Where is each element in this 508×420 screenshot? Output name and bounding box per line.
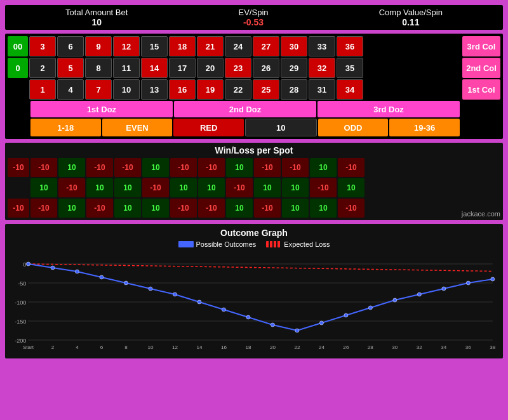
wl-cell-1-5: 10 bbox=[170, 178, 197, 197]
num-cell-8[interactable]: 8 bbox=[85, 58, 112, 78]
num-cell-22[interactable]: 22 bbox=[225, 79, 251, 100]
col-label-1[interactable]: 2nd Col bbox=[462, 58, 500, 78]
outside-bets-row: 1-18EVENRED10ODD19-36 bbox=[8, 119, 500, 136]
num-cell-11[interactable]: 11 bbox=[113, 58, 140, 78]
svg-point-43 bbox=[344, 313, 348, 317]
outside-bet-3[interactable]: 10 bbox=[245, 119, 317, 136]
svg-point-35 bbox=[149, 287, 152, 291]
outside-bet-1[interactable]: EVEN bbox=[102, 119, 173, 136]
num-cell-27[interactable]: 27 bbox=[253, 36, 279, 56]
num-cell-23[interactable]: 23 bbox=[225, 58, 251, 78]
num-cell-15[interactable]: 15 bbox=[141, 36, 168, 56]
num-cell-30[interactable]: 30 bbox=[281, 36, 307, 56]
stats-bar: Total Amount Bet 10 EV/Spin -0.53 Comp V… bbox=[5, 5, 503, 30]
wl-cell-0-7: 10 bbox=[226, 158, 253, 177]
dozen-label-0[interactable]: 1st Doz bbox=[30, 101, 173, 117]
board-row-1: 258111417202326293235 bbox=[29, 58, 461, 78]
legend-expected: Expected Loss bbox=[266, 240, 330, 248]
svg-text:-150: -150 bbox=[15, 318, 26, 325]
svg-point-37 bbox=[197, 300, 201, 304]
wl-zero-0: -10 bbox=[8, 158, 29, 177]
svg-text:18: 18 bbox=[245, 345, 251, 350]
num-cell-17[interactable]: 17 bbox=[169, 58, 196, 78]
winloss-grid: -10-1010-10-1010-10-1010-10-1010-1010-10… bbox=[8, 158, 500, 218]
num-cell-20[interactable]: 20 bbox=[197, 58, 224, 78]
num-cell-10[interactable]: 10 bbox=[113, 79, 140, 100]
num-cell-26[interactable]: 26 bbox=[253, 58, 279, 78]
svg-text:8: 8 bbox=[124, 345, 128, 350]
num-cell-4[interactable]: 4 bbox=[57, 79, 84, 100]
outside-bet-0[interactable]: 1-18 bbox=[30, 119, 101, 136]
board-row-2: 147101316192225283134 bbox=[29, 79, 461, 100]
wl-cell-2-0: -10 bbox=[30, 199, 57, 218]
wl-row-0: -10-1010-10-1010-10-1010-10-1010-10 bbox=[8, 158, 500, 177]
num-cell-32[interactable]: 32 bbox=[309, 58, 335, 78]
num-cell-34[interactable]: 34 bbox=[337, 79, 363, 100]
num-cell-28[interactable]: 28 bbox=[281, 79, 307, 100]
num-cell-5[interactable]: 5 bbox=[57, 58, 84, 78]
num-cell-36[interactable]: 36 bbox=[337, 36, 363, 56]
svg-text:22: 22 bbox=[294, 345, 300, 350]
svg-point-49 bbox=[491, 277, 495, 281]
num-cell-7[interactable]: 7 bbox=[85, 79, 112, 100]
zero-0-cell[interactable]: 0 bbox=[8, 58, 28, 78]
num-cell-13[interactable]: 13 bbox=[141, 79, 168, 100]
wl-cell-0-11: -10 bbox=[338, 158, 364, 177]
wl-cell-0-2: -10 bbox=[86, 158, 113, 177]
outside-bet-4[interactable]: ODD bbox=[318, 119, 389, 136]
zero-column: 00 0 bbox=[8, 36, 28, 100]
dozen-label-2[interactable]: 3rd Doz bbox=[318, 101, 460, 117]
jackace-label: jackace.com bbox=[462, 210, 500, 218]
num-cell-18[interactable]: 18 bbox=[169, 36, 196, 56]
graph-section: Outcome Graph Possible Outcomes Expected… bbox=[5, 224, 503, 358]
svg-point-45 bbox=[393, 298, 397, 302]
col-label-2[interactable]: 1st Col bbox=[462, 79, 500, 100]
wl-cell-1-6: 10 bbox=[198, 178, 225, 197]
legend-expected-label: Expected Loss bbox=[284, 240, 330, 248]
col-label-0[interactable]: 3rd Col bbox=[462, 36, 500, 56]
num-cell-19[interactable]: 19 bbox=[197, 79, 224, 100]
svg-point-48 bbox=[466, 281, 470, 285]
svg-text:12: 12 bbox=[172, 345, 178, 350]
winloss-section: Win/Loss per Spot -10-1010-10-1010-10-10… bbox=[5, 143, 503, 220]
num-cell-12[interactable]: 12 bbox=[113, 36, 140, 56]
comp-value-label: Comp Value/Spin bbox=[379, 8, 443, 17]
num-cell-35[interactable]: 35 bbox=[337, 58, 363, 78]
num-cell-6[interactable]: 6 bbox=[57, 36, 84, 56]
outside-bet-2[interactable]: RED bbox=[173, 119, 244, 136]
num-cell-33[interactable]: 33 bbox=[309, 36, 335, 56]
svg-text:-50: -50 bbox=[18, 280, 26, 287]
num-cell-2[interactable]: 2 bbox=[29, 58, 56, 78]
svg-text:30: 30 bbox=[392, 345, 398, 350]
wl-cell-0-3: -10 bbox=[114, 158, 141, 177]
wl-cell-0-0: -10 bbox=[30, 158, 57, 177]
num-cell-16[interactable]: 16 bbox=[169, 79, 196, 100]
wl-cell-2-6: -10 bbox=[198, 199, 225, 218]
svg-text:34: 34 bbox=[441, 345, 447, 350]
num-cell-25[interactable]: 25 bbox=[253, 79, 279, 100]
outcome-graph-svg: 0-50-100-150-200Start2468101214161820222… bbox=[9, 251, 499, 352]
zero-00-cell[interactable]: 00 bbox=[8, 36, 28, 56]
num-cell-14[interactable]: 14 bbox=[141, 58, 168, 78]
column-labels: 3rd Col2nd Col1st Col bbox=[462, 36, 500, 100]
num-cell-31[interactable]: 31 bbox=[309, 79, 335, 100]
winloss-title: Win/Loss per Spot bbox=[8, 145, 500, 155]
num-cell-1[interactable]: 1 bbox=[29, 79, 56, 100]
svg-text:20: 20 bbox=[270, 345, 276, 350]
wl-cell-1-7: -10 bbox=[226, 178, 253, 197]
num-cell-3[interactable]: 3 bbox=[29, 36, 56, 56]
svg-point-47 bbox=[442, 287, 446, 291]
num-cell-9[interactable]: 9 bbox=[85, 36, 112, 56]
ev-spin-stat: EV/Spin -0.53 bbox=[239, 8, 269, 27]
num-cell-29[interactable]: 29 bbox=[281, 58, 307, 78]
num-cell-24[interactable]: 24 bbox=[225, 36, 251, 56]
number-grid: 3691215182124273033362581114172023262932… bbox=[29, 36, 461, 100]
num-cell-21[interactable]: 21 bbox=[197, 36, 224, 56]
total-amount-stat: Total Amount Bet 10 bbox=[65, 8, 128, 27]
svg-point-32 bbox=[75, 270, 79, 273]
outside-bet-5[interactable]: 19-36 bbox=[389, 119, 460, 136]
wl-cell-1-9: 10 bbox=[282, 178, 309, 197]
dozen-label-1[interactable]: 2nd Doz bbox=[174, 101, 316, 117]
wl-cell-2-8: -10 bbox=[254, 199, 281, 218]
wl-cell-2-9: 10 bbox=[282, 199, 309, 218]
